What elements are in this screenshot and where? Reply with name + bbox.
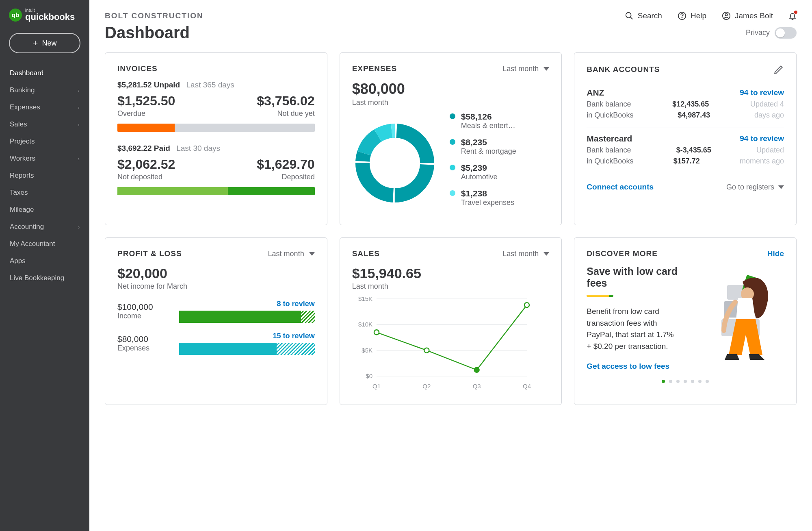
expense-legend-item[interactable]: $58,126 Meals & entert… xyxy=(450,112,550,130)
card-bank-accounts: BANK ACCOUNTS ANZ 94 to review Bank bala… xyxy=(574,52,797,225)
invoices-notdep-label: Not deposited xyxy=(117,173,175,181)
invoices-paid-bar xyxy=(117,187,315,195)
legend-dot-icon xyxy=(450,190,455,196)
sidebar-item-taxes[interactable]: Taxes xyxy=(0,184,89,201)
sidebar-item-mileage[interactable]: Mileage xyxy=(0,201,89,218)
invoices-overdue-label: Overdue xyxy=(117,109,175,118)
expense-legend-item[interactable]: $8,235 Rent & mortgage xyxy=(450,137,550,156)
chart-y-tick: $10K xyxy=(358,321,372,328)
bank-qb-value: $157.72 xyxy=(673,157,700,165)
carousel-dot[interactable] xyxy=(676,380,680,383)
card-sales: SALES Last month $15,940.65 Last month $… xyxy=(340,237,562,405)
sidebar-item-projects[interactable]: Projects xyxy=(0,133,89,150)
card-discover: DISCOVER MORE Hide Save with low card fe… xyxy=(574,237,797,405)
privacy-toggle[interactable] xyxy=(775,27,797,39)
chart-y-tick: $0 xyxy=(366,372,372,379)
sidebar-item-dashboard[interactable]: Dashboard xyxy=(0,65,89,82)
legend-label: Automotive xyxy=(461,173,498,181)
qb-badge-icon: qb xyxy=(9,9,22,22)
sidebar-item-label: Mileage xyxy=(10,206,34,214)
bank-review-link[interactable]: 94 to review xyxy=(740,88,784,97)
invoices-dep-amount: $1,629.70 xyxy=(257,157,314,172)
sales-line-chart: $0$5K$10K$15KQ1Q2Q3Q4 xyxy=(352,295,531,392)
discover-carousel-dots[interactable] xyxy=(587,380,784,383)
expense-legend-item[interactable]: $5,239 Automotive xyxy=(450,163,550,181)
pl-label: Expenses xyxy=(117,344,170,353)
help-icon xyxy=(678,11,686,20)
sales-period-dropdown[interactable]: Last month xyxy=(502,250,549,258)
pl-title: PROFIT & LOSS xyxy=(117,249,182,258)
discover-hide-link[interactable]: Hide xyxy=(767,249,784,258)
logo: qb intuit quickbooks xyxy=(0,8,89,29)
pl-amount: $100,000 xyxy=(117,302,170,312)
bank-review-link[interactable]: 94 to review xyxy=(740,134,784,143)
expenses-donut-chart xyxy=(352,120,437,206)
sidebar-item-workers[interactable]: Workers› xyxy=(0,150,89,167)
legend-label: Travel expenses xyxy=(461,198,514,207)
chart-point xyxy=(524,302,529,307)
carousel-dot[interactable] xyxy=(684,380,687,383)
chevron-down-icon xyxy=(778,185,784,189)
svg-point-3 xyxy=(682,17,682,18)
carousel-dot[interactable] xyxy=(698,380,702,383)
sidebar-item-accounting[interactable]: Accounting› xyxy=(0,218,89,235)
pl-period-label: Last month xyxy=(268,250,304,258)
svg-point-5 xyxy=(725,14,728,16)
card-profit-loss: PROFIT & LOSS Last month $20,000 Net inc… xyxy=(105,237,327,405)
sales-total: $15,940.65 xyxy=(352,266,550,281)
bank-qb-label: in QuickBooks xyxy=(587,157,633,165)
new-button[interactable]: + New xyxy=(9,33,80,53)
bank-account-row[interactable]: ANZ 94 to review Bank balance$12,435.65U… xyxy=(587,82,784,128)
carousel-dot[interactable] xyxy=(662,380,665,383)
carousel-dot[interactable] xyxy=(706,380,709,383)
sidebar-item-banking[interactable]: Banking› xyxy=(0,82,89,99)
brand-word: quickbooks xyxy=(25,13,75,22)
bank-balance-label: Bank balance xyxy=(587,146,631,155)
new-button-label: New xyxy=(42,39,56,48)
sidebar-item-reports[interactable]: Reports xyxy=(0,167,89,184)
connect-accounts-link[interactable]: Connect accounts xyxy=(587,183,654,192)
pl-net-label: Net income for March xyxy=(117,282,315,291)
invoices-paid-amount: $3,692.22 Paid xyxy=(117,144,170,152)
expenses-period-dropdown[interactable]: Last month xyxy=(502,65,549,73)
discover-cta-link[interactable]: Get access to low fees xyxy=(587,362,684,371)
chart-x-tick: Q2 xyxy=(422,383,431,390)
sidebar-item-apps[interactable]: Apps xyxy=(0,252,89,270)
legend-dot-icon xyxy=(450,139,455,145)
go-to-registers-link[interactable]: Go to registers xyxy=(726,183,784,192)
bank-account-row[interactable]: Mastercard 94 to review Bank balance$-3,… xyxy=(587,128,784,174)
notifications-button[interactable] xyxy=(788,11,797,20)
sidebar-item-label: Reports xyxy=(10,172,34,180)
sidebar-item-expenses[interactable]: Expenses› xyxy=(0,99,89,116)
expense-legend-item[interactable]: $1,238 Travel expenses xyxy=(450,189,550,207)
invoices-unpaid-period: Last 365 days xyxy=(186,81,234,89)
bank-balance-value: $-3,435.65 xyxy=(676,146,711,155)
chevron-down-icon xyxy=(543,67,549,71)
user-menu[interactable]: James Bolt xyxy=(722,11,773,20)
carousel-dot[interactable] xyxy=(669,380,672,383)
svg-line-1 xyxy=(630,17,632,20)
sidebar-item-live-bookkeeping[interactable]: Live Bookkeeping xyxy=(0,270,89,287)
sidebar-item-my-accountant[interactable]: My Accountant xyxy=(0,235,89,252)
svg-point-0 xyxy=(626,13,631,18)
search-label: Search xyxy=(638,11,662,20)
help-button[interactable]: Help xyxy=(678,11,706,20)
chart-point xyxy=(424,348,429,353)
sidebar-item-sales[interactable]: Sales› xyxy=(0,116,89,133)
search-button[interactable]: Search xyxy=(625,11,662,20)
brand-intuit: intuit xyxy=(25,8,75,13)
legend-dot-icon xyxy=(450,165,455,170)
invoices-overdue-amount: $1,525.50 xyxy=(117,94,175,109)
discover-illustration xyxy=(692,266,784,371)
pl-review-link[interactable]: 8 to review xyxy=(179,300,315,308)
bank-qb-value: $4,987.43 xyxy=(678,111,710,120)
search-icon xyxy=(625,11,634,20)
edit-icon[interactable] xyxy=(773,64,784,75)
pl-period-dropdown[interactable]: Last month xyxy=(268,250,315,258)
pl-row: $80,000 Expenses 15 to review xyxy=(117,332,315,355)
pl-review-link[interactable]: 15 to review xyxy=(179,332,315,340)
chart-x-tick: Q4 xyxy=(523,383,531,390)
chart-point xyxy=(374,330,379,335)
user-icon xyxy=(722,11,731,20)
carousel-dot[interactable] xyxy=(691,380,694,383)
